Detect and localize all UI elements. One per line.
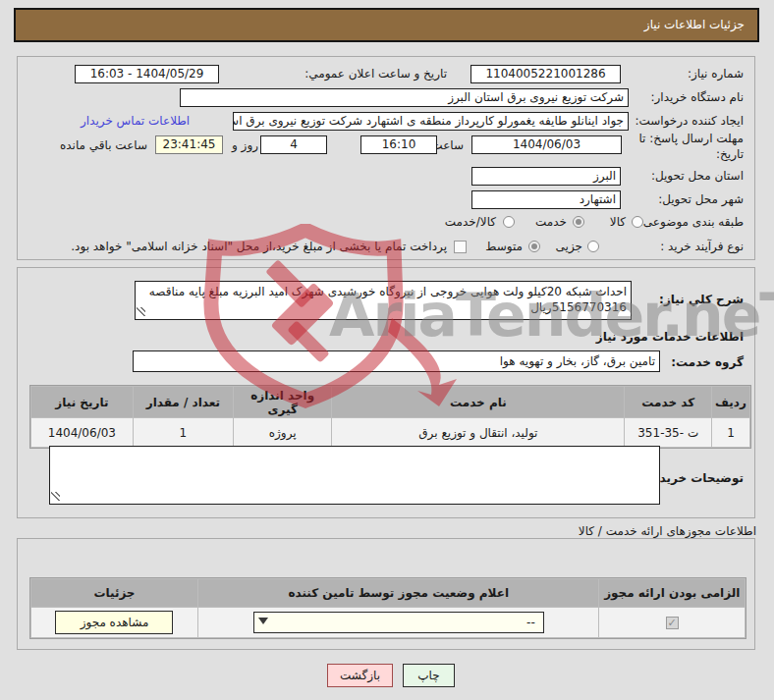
deadline-time-field[interactable]: 16:10 bbox=[360, 135, 437, 154]
licenses-heading: اطلاعات مجوزهای ارائه خدمت / کالا bbox=[579, 524, 756, 538]
view-license-button[interactable]: مشاهده مجوز bbox=[55, 611, 173, 634]
radio-minor[interactable] bbox=[587, 241, 599, 252]
publish-datetime-label: تاریخ و ساعت اعلان عمومي: bbox=[304, 67, 447, 81]
back-button[interactable]: بازگشت bbox=[327, 664, 393, 687]
radio-goods-service[interactable] bbox=[503, 216, 515, 228]
services-heading: اطلاعات خدمات مورد نیاز bbox=[596, 330, 744, 344]
description-textarea[interactable]: احداث شبکه 20کیلو ولت هوایی خروجی از نیر… bbox=[135, 281, 632, 320]
radio-goods-service-label: کالا/خدمت bbox=[445, 215, 496, 229]
print-button[interactable]: چاپ bbox=[403, 664, 455, 687]
time-remaining-label: ساعت باقي مانده bbox=[60, 138, 147, 152]
publish-datetime-field[interactable]: 1404/05/29 - 16:03 bbox=[75, 65, 219, 83]
service-group-field[interactable]: تامین برق، گاز، بخار و تهویه هوا bbox=[133, 350, 660, 372]
deadline-label: مهلت ارسال پاسخ: تا تاریخ: bbox=[626, 131, 744, 162]
col-service-name: نام خدمت bbox=[332, 387, 624, 417]
deadline-date-field[interactable]: 1404/06/03 bbox=[471, 135, 622, 154]
service-group-label: گروه خدمت: bbox=[671, 355, 744, 369]
license-status-value: -- bbox=[526, 616, 535, 629]
creator-label: ایجاد کننده درخواست: bbox=[635, 114, 744, 128]
col-need-date: تاریخ نیاز bbox=[31, 387, 133, 417]
buyer-org-label: نام دستگاه خریدار: bbox=[651, 90, 745, 104]
license-row: ✓ -- مشاهده مجوز bbox=[31, 608, 745, 637]
province-field[interactable]: البرز bbox=[471, 167, 621, 186]
treasury-note-label: پرداخت تمام یا بخشی از مبلغ خرید،از محل … bbox=[71, 240, 447, 253]
col-license-details: جزئیات bbox=[31, 579, 197, 607]
need-details-page: { "titlebar": { "title": "جزئیات اطلاعات… bbox=[0, 0, 774, 700]
buyer-contact-link[interactable]: اطلاعات تماس خریدار bbox=[81, 114, 190, 128]
radio-service-label: خدمت bbox=[535, 215, 567, 229]
need-number-field[interactable]: 1104005221001286 bbox=[470, 65, 621, 83]
license-status-select[interactable]: -- bbox=[253, 612, 544, 633]
col-quantity: تعداد / مقدار bbox=[134, 387, 233, 417]
license-required-checkbox: ✓ bbox=[666, 617, 679, 629]
col-license-required: الزامی بودن ارائه مجوز bbox=[599, 579, 745, 607]
col-row-number: ردیف bbox=[712, 387, 749, 417]
service-need-date: 1404/06/03 bbox=[31, 418, 133, 447]
days-label: روز و bbox=[232, 138, 258, 152]
chevron-down-icon bbox=[258, 618, 268, 624]
col-service-code: کد خدمت bbox=[625, 387, 711, 417]
radio-goods[interactable] bbox=[632, 216, 643, 228]
resize-grip-icon[interactable] bbox=[51, 492, 60, 501]
city-label: شهر محل تحویل: bbox=[658, 192, 744, 206]
city-field[interactable]: اشتهارد bbox=[471, 190, 621, 209]
category-label: طبقه بندی موضوعی: bbox=[639, 215, 744, 229]
col-unit: واحد اندازه گیری bbox=[234, 387, 331, 417]
service-unit: پروژه bbox=[234, 418, 331, 447]
radio-service[interactable] bbox=[573, 216, 584, 228]
radio-goods-label: کالا bbox=[610, 215, 626, 229]
buyer-org-field[interactable]: شرکت توزیع نیروی برق استان البرز bbox=[180, 88, 629, 107]
service-quantity: 1 bbox=[134, 418, 233, 447]
service-name: تولید، انتقال و توزیع برق bbox=[332, 418, 624, 447]
countdown-timer-field: 23:41:45 bbox=[155, 135, 223, 154]
licenses-table: الزامی بودن ارائه مجوز اعلام وضعیت مجوز … bbox=[29, 577, 746, 639]
buyer-notes-textarea[interactable] bbox=[49, 446, 660, 505]
treasury-checkbox[interactable] bbox=[454, 241, 467, 253]
process-label: نوع فرآیند خرید : bbox=[660, 240, 744, 253]
licenses-table-header-row: الزامی بودن ارائه مجوز اعلام وضعیت مجوز … bbox=[31, 579, 745, 607]
col-license-status: اعلام وضعیت مجوز توسط تامین کننده bbox=[198, 579, 598, 607]
service-code: ت -35-351 bbox=[625, 418, 711, 447]
service-row: 1 ت -35-351 تولید، انتقال و توزیع برق پر… bbox=[31, 418, 749, 447]
province-label: استان محل تحویل: bbox=[651, 169, 744, 183]
resize-grip-icon[interactable] bbox=[137, 307, 145, 316]
radio-minor-label: جزیی bbox=[556, 240, 582, 253]
services-table-header-row: ردیف کد خدمت نام خدمت واحد اندازه گیری ت… bbox=[31, 387, 749, 417]
radio-medium-label: متوسط bbox=[485, 240, 523, 253]
services-table: ردیف کد خدمت نام خدمت واحد اندازه گیری ت… bbox=[29, 385, 751, 449]
days-remaining-field[interactable]: 4 bbox=[260, 135, 327, 154]
description-label: شرح كلي نياز: bbox=[659, 293, 744, 306]
radio-medium[interactable] bbox=[528, 241, 540, 252]
service-row-number: 1 bbox=[712, 418, 749, 447]
need-number-label: شماره نیاز: bbox=[688, 67, 744, 81]
page-title: جزئیات اطلاعات نیاز bbox=[14, 8, 759, 42]
creator-field[interactable]: جواد اینانلو طایفه یغمورلو کارپرداز منطق… bbox=[233, 112, 629, 131]
